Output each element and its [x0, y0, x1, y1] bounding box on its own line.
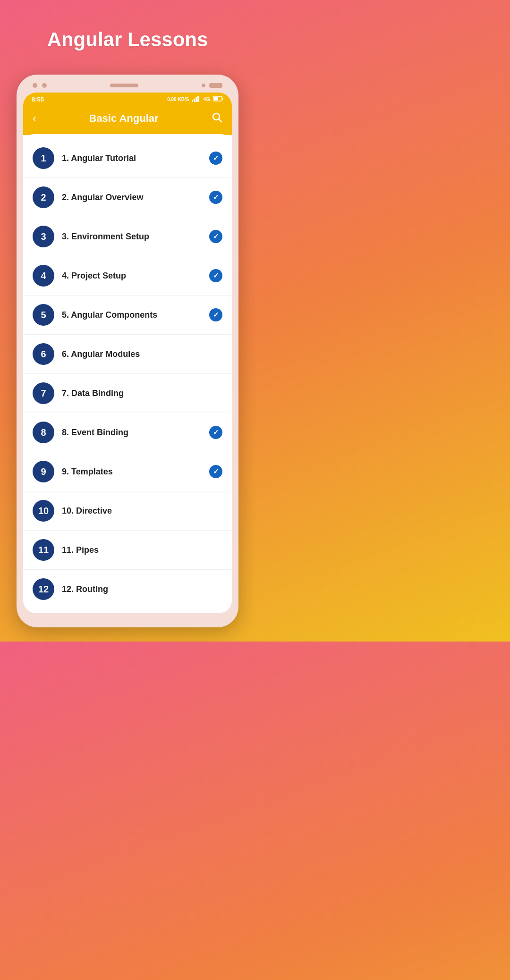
- lesson-title: 10. Directive: [62, 506, 222, 516]
- svg-rect-2: [196, 97, 197, 102]
- svg-rect-1: [194, 99, 195, 102]
- search-button[interactable]: [211, 111, 222, 126]
- lesson-title: 5. Angular Components: [62, 310, 202, 320]
- lesson-item[interactable]: 1010. Directive: [23, 491, 232, 531]
- 4g-label: 4G: [203, 96, 210, 102]
- completed-icon: [209, 230, 222, 243]
- status-icons: 0.00 KB/S 4G: [167, 95, 223, 103]
- lesson-title: 8. Event Binding: [62, 428, 202, 438]
- lesson-title: 3. Environment Setup: [62, 232, 202, 242]
- lesson-title: 2. Angular Overview: [62, 193, 202, 203]
- camera-dot-3: [202, 84, 205, 87]
- battery-icon: [213, 96, 223, 102]
- camera-dot-1: [33, 83, 37, 88]
- lesson-item[interactable]: 55. Angular Components: [23, 296, 232, 335]
- network-info: 0.00 KB/S: [167, 97, 189, 102]
- lesson-title: 1. Angular Tutorial: [62, 153, 202, 163]
- lesson-number-badge: 8: [33, 422, 54, 443]
- lesson-title: 11. Pipes: [62, 545, 222, 555]
- lte-icon: [192, 95, 200, 103]
- lesson-item[interactable]: 77. Data Binding: [23, 374, 232, 413]
- back-button[interactable]: ‹: [33, 113, 36, 124]
- phone-rect: [209, 83, 222, 88]
- phone-frame: 8:55 0.00 KB/S 4G: [17, 75, 238, 627]
- lesson-number-badge: 6: [33, 343, 54, 365]
- camera-right: [202, 83, 222, 88]
- completed-icon: [209, 465, 222, 478]
- app-header: ‹ Basic Angular: [23, 106, 232, 135]
- svg-rect-0: [192, 100, 193, 102]
- lesson-item[interactable]: 88. Event Binding: [23, 413, 232, 452]
- lesson-item[interactable]: 66. Angular Modules: [23, 335, 232, 374]
- lesson-title: 7. Data Binding: [62, 389, 222, 398]
- page-title: Angular Lessons: [47, 28, 208, 51]
- camera-dot-2: [42, 83, 47, 88]
- lesson-number-badge: 11: [33, 539, 54, 561]
- header-title: Basic Angular: [89, 112, 158, 125]
- completed-icon: [209, 191, 222, 204]
- lesson-number-badge: 5: [33, 304, 54, 326]
- lesson-item[interactable]: 44. Project Setup: [23, 256, 232, 296]
- svg-rect-6: [222, 98, 223, 100]
- status-bar: 8:55 0.00 KB/S 4G: [23, 93, 232, 106]
- app-screen: 8:55 0.00 KB/S 4G: [23, 93, 232, 613]
- lesson-number-badge: 12: [33, 578, 54, 600]
- lesson-number-badge: 10: [33, 500, 54, 522]
- camera-left: [33, 83, 47, 88]
- lesson-number-badge: 9: [33, 461, 54, 482]
- completed-icon: [209, 269, 222, 282]
- completed-icon: [209, 426, 222, 439]
- lesson-number-badge: 3: [33, 226, 54, 247]
- phone-speaker: [110, 84, 138, 87]
- lesson-title: 6. Angular Modules: [62, 349, 222, 359]
- lesson-item[interactable]: 99. Templates: [23, 452, 232, 491]
- lesson-item[interactable]: 11. Angular Tutorial: [23, 139, 232, 178]
- lesson-title: 9. Templates: [62, 467, 202, 477]
- lesson-number-badge: 1: [33, 147, 54, 169]
- completed-icon: [209, 152, 222, 165]
- lesson-number-badge: 2: [33, 186, 54, 208]
- completed-icon: [209, 308, 222, 321]
- lesson-item[interactable]: 1212. Routing: [23, 570, 232, 608]
- lesson-item[interactable]: 33. Environment Setup: [23, 217, 232, 256]
- svg-line-8: [219, 119, 222, 122]
- lesson-item[interactable]: 22. Angular Overview: [23, 178, 232, 217]
- lesson-number-badge: 7: [33, 382, 54, 404]
- lesson-item[interactable]: 1111. Pipes: [23, 531, 232, 570]
- lesson-title: 4. Project Setup: [62, 271, 202, 281]
- phone-hardware-top: [23, 83, 232, 93]
- lesson-list: 11. Angular Tutorial22. Angular Overview…: [23, 134, 232, 613]
- lesson-number-badge: 4: [33, 265, 54, 287]
- lesson-title: 12. Routing: [62, 584, 222, 594]
- svg-rect-5: [214, 97, 218, 101]
- svg-rect-3: [197, 96, 199, 102]
- status-time: 8:55: [32, 96, 44, 103]
